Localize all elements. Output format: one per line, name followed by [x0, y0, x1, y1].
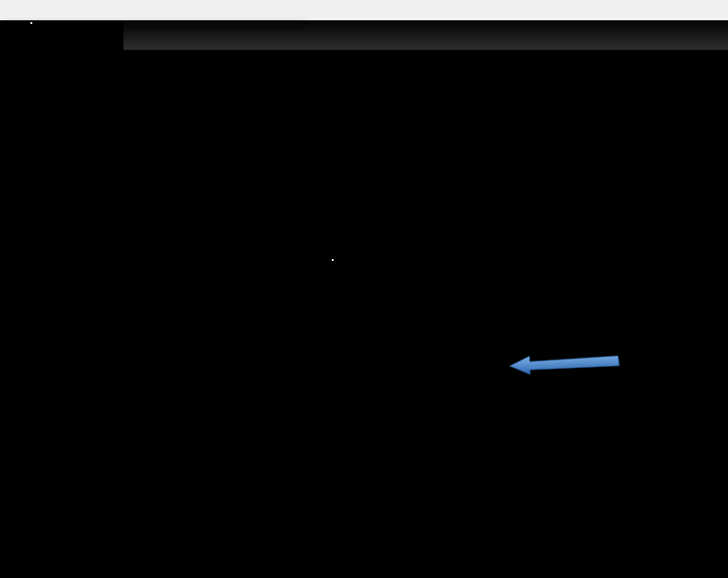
edit-menu-dropdown — [3, 20, 304, 26]
app-window — [0, 0, 728, 578]
code-bottom-region — [0, 0, 728, 578]
annotation-arrow-icon — [502, 350, 624, 378]
code-area[interactable] — [0, 0, 728, 578]
tag-submenu — [304, 257, 718, 263]
menu-bar — [0, 0, 728, 20]
editor-background — [0, 0, 728, 578]
